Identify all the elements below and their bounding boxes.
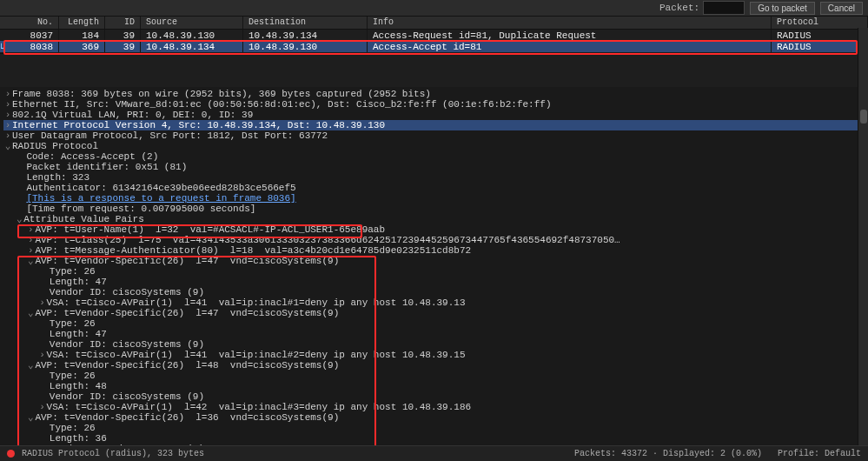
tree-item[interactable]: Type: 26 [3, 423, 868, 433]
status-profile[interactable]: Profile: Default [778, 449, 861, 458]
tree-item[interactable]: ›VSA: t=Cisco-AVPair(1) l=41 val=ip:inac… [3, 350, 868, 360]
tree-item[interactable]: ›Frame 8038: 369 bytes on wire (2952 bit… [3, 89, 868, 99]
tree-item[interactable]: ›VSA: t=Cisco-AVPair(1) l=42 val=ip:inac… [3, 402, 868, 412]
col-id[interactable]: ID [105, 17, 141, 29]
tree-item[interactable]: Length: 36 [3, 433, 868, 444]
tree-item[interactable]: Type: 26 [3, 266, 868, 277]
tree-item[interactable]: Code: Access-Accept (2) [3, 151, 868, 162]
tree-item[interactable]: ⌄AVP: t=Vendor-Specific(26) l=48 vnd=cis… [3, 360, 868, 371]
table-row[interactable]: ↳ 8038 369 39 10.48.39.134 10.48.39.130 … [0, 41, 868, 52]
status-bar: RADIUS Protocol (radius), 323 bytes Pack… [0, 445, 868, 461]
tree-item[interactable]: Type: 26 [3, 318, 868, 329]
response-link: [This is a response to a request in fram… [26, 193, 295, 204]
packet-list-header: No. Length ID Source Destination Info Pr… [0, 17, 868, 30]
tree-item[interactable]: [This is a response to a request in fram… [3, 193, 868, 204]
tree-item[interactable]: Authenticator: 61342164ce39be06eed828b3c… [3, 183, 868, 193]
status-left: RADIUS Protocol (radius), 323 bytes [22, 449, 204, 458]
tree-item[interactable]: ›Internet Protocol Version 4, Src: 10.48… [3, 120, 868, 130]
col-info[interactable]: Info [368, 17, 772, 29]
tree-item[interactable]: Length: 47 [3, 277, 868, 287]
tree-item[interactable]: ›Ethernet II, Src: VMware_8d:01:ec (00:5… [3, 99, 868, 110]
tree-item[interactable]: ⌄AVP: t=Vendor-Specific(26) l=47 vnd=cis… [3, 308, 868, 318]
tree-item[interactable]: ⌄Attribute Value Pairs [3, 214, 868, 224]
expert-indicator-icon[interactable] [7, 450, 15, 458]
packet-list: No. Length ID Source Destination Info Pr… [0, 17, 868, 87]
tree-item[interactable]: Length: 48 [3, 381, 868, 391]
cancel-button[interactable]: Cancel [820, 2, 863, 15]
status-packets: Packets: 43372 · Displayed: 2 (0.0%) [574, 449, 762, 458]
tree-item[interactable]: [Time from request: 0.007995000 seconds] [3, 204, 868, 214]
tree-item[interactable]: ⌄RADIUS Protocol [3, 141, 868, 151]
tree-item[interactable]: Vendor ID: ciscoSystems (9) [3, 339, 868, 350]
tree-item[interactable]: ⌄AVP: t=Vendor-Specific(26) l=47 vnd=cis… [3, 256, 868, 266]
tree-item[interactable]: ›AVP: t=Class(25) l=75 val=434143533a306… [3, 235, 868, 245]
col-length[interactable]: Length [59, 17, 105, 29]
go-to-packet-button[interactable]: Go to packet [750, 2, 815, 15]
packet-input[interactable] [703, 1, 745, 15]
tree-item[interactable]: ›VSA: t=Cisco-AVPair(1) l=41 val=ip:inac… [3, 297, 868, 308]
tree-item[interactable]: Length: 47 [3, 329, 868, 339]
topbar: Packet: Go to packet Cancel [0, 0, 868, 17]
tree-item[interactable]: ⌄AVP: t=Vendor-Specific(26) l=36 vnd=cis… [3, 412, 868, 423]
tree-item[interactable]: Packet identifier: 0x51 (81) [3, 162, 868, 172]
packet-label: Packet: [659, 3, 699, 13]
col-source[interactable]: Source [141, 17, 243, 29]
tree-item[interactable]: Vendor ID: ciscoSystems (9) [3, 391, 868, 402]
col-no[interactable]: No. [9, 17, 59, 29]
tree-item[interactable]: Type: 26 [3, 371, 868, 381]
packet-details: ›Frame 8038: 369 bytes on wire (2952 bit… [0, 87, 868, 461]
tree-item[interactable]: Vendor ID: ciscoSystems (9) [3, 287, 868, 297]
tree-item[interactable]: Length: 323 [3, 172, 868, 183]
tree-item[interactable]: ›802.1Q Virtual LAN, PRI: 0, DEI: 0, ID:… [3, 110, 868, 120]
tree-item[interactable]: ›AVP: t=Message-Authenticator(80) l=18 v… [3, 245, 868, 256]
tree-item[interactable]: ›User Datagram Protocol, Src Port: 1812,… [3, 130, 868, 141]
tree-item[interactable]: ›AVP: t=User-Name(1) l=32 val=#ACSACL#-I… [3, 224, 868, 235]
col-protocol[interactable]: Protocol [772, 17, 868, 29]
scrollbar[interactable] [858, 28, 868, 446]
col-destination[interactable]: Destination [243, 17, 368, 29]
table-row[interactable]: 8037 184 39 10.48.39.130 10.48.39.134 Ac… [0, 30, 868, 41]
